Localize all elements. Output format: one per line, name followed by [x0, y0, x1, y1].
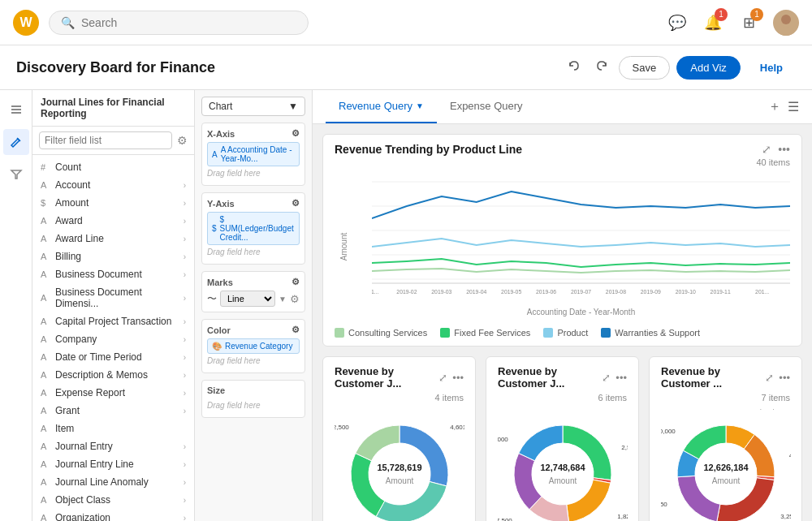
field-item[interactable]: AGrant›: [32, 402, 194, 420]
x-axis-settings-icon[interactable]: ⚙: [292, 128, 300, 139]
svg-text:4,601,119: 4,601,119: [450, 424, 464, 431]
y-axis-label: Amount: [339, 233, 348, 260]
content-area: Revenue Query ▼ Expense Query ＋ ☰ Revenu…: [313, 90, 812, 521]
field-chevron-icon: ›: [184, 460, 186, 469]
x-axis-field-icon: A: [212, 150, 218, 159]
line-chart-actions: ⤢ •••: [762, 143, 790, 156]
sidebar-icon-filter[interactable]: [3, 161, 29, 187]
svg-text:201...: 201...: [755, 287, 769, 295]
marks-settings-icon[interactable]: ⚙: [292, 277, 300, 287]
viz-type-select[interactable]: Chart ▼: [201, 97, 305, 116]
y-axis-settings-icon[interactable]: ⚙: [292, 198, 300, 209]
line-chart-more-icon[interactable]: •••: [778, 143, 790, 156]
field-chevron-icon: ›: [184, 389, 186, 398]
add-tab-button[interactable]: ＋: [768, 98, 781, 115]
tab-revenue-dropdown-icon[interactable]: ▼: [416, 101, 424, 110]
redo-button[interactable]: [591, 55, 612, 80]
apps-badge: 1: [750, 8, 763, 21]
color-field[interactable]: 🎨 Revenue Category: [207, 338, 300, 354]
add-viz-button[interactable]: Add Viz: [676, 56, 741, 80]
marks-gear-icon[interactable]: ⚙: [290, 293, 300, 305]
svg-point-29: [369, 443, 430, 505]
svg-text:2019-08: 2019-08: [606, 287, 626, 295]
size-section: Size Drag field here: [201, 380, 305, 418]
svg-text:2019-04: 2019-04: [466, 287, 486, 295]
field-item[interactable]: ABusiness Document Dimensi...›: [32, 283, 194, 312]
save-button[interactable]: Save: [619, 56, 671, 80]
notification-icon[interactable]: 🔔 1: [702, 11, 724, 34]
color-settings-icon[interactable]: ⚙: [292, 325, 300, 335]
field-filter-input[interactable]: [39, 131, 172, 149]
tab-revenue-query[interactable]: Revenue Query ▼: [326, 90, 437, 123]
chat-icon[interactable]: 💬: [666, 11, 689, 34]
color-field-icon: 🎨: [212, 342, 222, 351]
field-item[interactable]: ABusiness Document›: [32, 265, 194, 283]
field-item[interactable]: ADate or Time Period›: [32, 348, 194, 366]
sidebar-icon-list[interactable]: [3, 97, 29, 123]
donut-expand-icon-2[interactable]: ⤢: [765, 372, 774, 384]
svg-point-0: [781, 15, 791, 24]
field-item[interactable]: ACapital Project Transaction›: [32, 312, 194, 330]
field-type-icon: A: [41, 441, 50, 451]
field-chevron-icon: ›: [184, 294, 186, 303]
field-item[interactable]: AItem: [32, 420, 194, 437]
help-button[interactable]: Help: [747, 57, 796, 79]
donut-expand-icon-0[interactable]: ⤢: [438, 372, 447, 384]
field-item[interactable]: #Count: [32, 158, 194, 176]
apps-icon[interactable]: ⊞ 1: [737, 11, 760, 34]
field-item[interactable]: AAward Line›: [32, 230, 194, 248]
field-item[interactable]: ADescription & Memos›: [32, 366, 194, 384]
field-panel: Journal Lines for Financial Reporting ⚙ …: [32, 90, 195, 521]
svg-rect-3: [11, 109, 21, 110]
tab-expense-query[interactable]: Expense Query: [437, 90, 536, 123]
field-settings-icon[interactable]: ⚙: [177, 134, 188, 147]
svg-text:3,420,000: 3,420,000: [498, 436, 508, 443]
page-header: Discovery Board for Finance Save Add Viz…: [0, 45, 812, 90]
undo-button[interactable]: [564, 55, 585, 80]
field-item[interactable]: AJournal Entry›: [32, 437, 194, 455]
field-type-icon: A: [41, 477, 50, 487]
avatar[interactable]: [773, 10, 799, 36]
field-type-icon: A: [41, 352, 50, 362]
search-bar[interactable]: 🔍: [49, 11, 309, 35]
search-input[interactable]: [81, 16, 296, 29]
svg-text:Amount: Amount: [548, 476, 577, 485]
donut-more-icon-1[interactable]: •••: [615, 372, 627, 384]
svg-text:2019-05: 2019-05: [501, 287, 521, 295]
field-item[interactable]: AExpense Report›: [32, 384, 194, 402]
notification-badge: 1: [715, 8, 728, 21]
field-type-icon: A: [41, 293, 50, 303]
field-item[interactable]: ACompany›: [32, 330, 194, 348]
list-tabs-button[interactable]: ☰: [788, 99, 799, 114]
field-item[interactable]: AJournal Line Anomaly›: [32, 473, 194, 491]
field-item[interactable]: AAccount›: [32, 176, 194, 194]
field-item[interactable]: $Amount›: [32, 194, 194, 212]
field-item[interactable]: ABilling›: [32, 248, 194, 265]
y-axis-field[interactable]: $ $ SUM(Ledger/Budget Credit...: [207, 212, 300, 245]
field-chevron-icon: ›: [184, 442, 186, 451]
x-axis-field[interactable]: A A Accounting Date - Year-Mo...: [207, 142, 300, 166]
donut-expand-icon-1[interactable]: ⤢: [602, 372, 611, 384]
legend-item: Fixed Fee Services: [440, 328, 530, 338]
line-chart-expand-icon[interactable]: ⤢: [762, 143, 771, 156]
field-item[interactable]: AOrganization›: [32, 509, 194, 521]
line-chart-card: Revenue Trending by Product Line ⤢ ••• 4…: [322, 134, 802, 347]
donut-more-icon-0[interactable]: •••: [452, 372, 464, 384]
svg-text:2019-10: 2019-10: [676, 287, 696, 295]
svg-text:2,337,500: 2,337,500: [498, 517, 512, 521]
donut-more-icon-2[interactable]: •••: [779, 372, 790, 384]
field-item[interactable]: AJournal Entry Line›: [32, 455, 194, 473]
field-item[interactable]: AAward›: [32, 212, 194, 230]
field-type-icon: A: [41, 180, 50, 190]
workday-logo[interactable]: W: [13, 10, 39, 36]
donut-actions-2: ⤢ •••: [765, 372, 790, 384]
donut-chart-0: Revenue by Customer J... ⤢ ••• 4 items15…: [322, 356, 476, 521]
field-chevron-icon: ›: [184, 407, 186, 416]
marks-type-select[interactable]: Line: [220, 291, 275, 307]
field-item[interactable]: AObject Class›: [32, 491, 194, 509]
field-chevron-icon: ›: [184, 217, 186, 226]
svg-text:1,118,750: 1,118,750: [661, 501, 667, 508]
sidebar-icon-edit[interactable]: [3, 129, 29, 155]
tabs-actions: ＋ ☰: [768, 98, 799, 115]
svg-text:Amount: Amount: [385, 476, 413, 485]
